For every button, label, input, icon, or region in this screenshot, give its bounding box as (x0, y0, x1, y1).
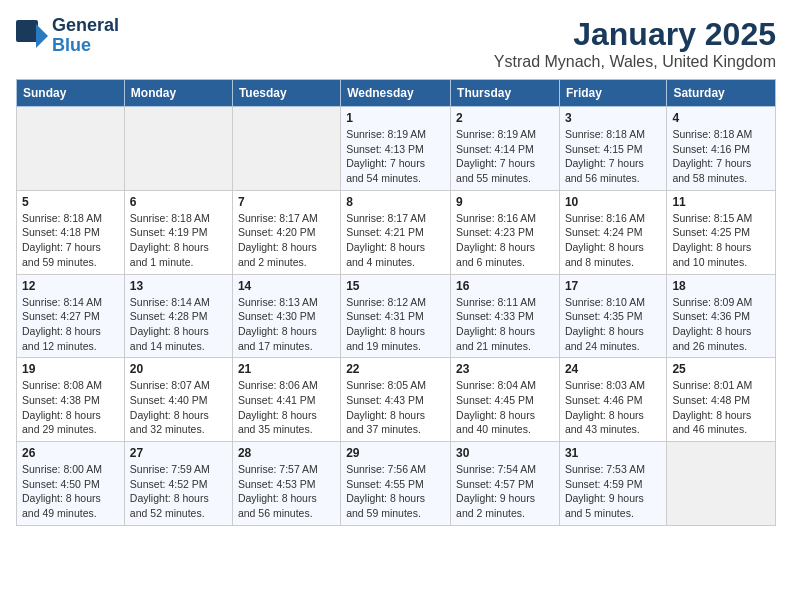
day-info: Sunrise: 8:06 AMSunset: 4:41 PMDaylight:… (238, 379, 318, 435)
day-number: 7 (238, 195, 335, 209)
day-info: Sunrise: 8:14 AMSunset: 4:28 PMDaylight:… (130, 296, 210, 352)
calendar-cell: 25 Sunrise: 8:01 AMSunset: 4:48 PMDaylig… (667, 358, 776, 442)
calendar-week-row: 19 Sunrise: 8:08 AMSunset: 4:38 PMDaylig… (17, 358, 776, 442)
day-info: Sunrise: 7:59 AMSunset: 4:52 PMDaylight:… (130, 463, 210, 519)
day-number: 6 (130, 195, 227, 209)
weekday-header-saturday: Saturday (667, 80, 776, 107)
calendar-cell: 26 Sunrise: 8:00 AMSunset: 4:50 PMDaylig… (17, 442, 125, 526)
calendar-cell: 9 Sunrise: 8:16 AMSunset: 4:23 PMDayligh… (451, 190, 560, 274)
calendar-cell: 8 Sunrise: 8:17 AMSunset: 4:21 PMDayligh… (341, 190, 451, 274)
day-info: Sunrise: 7:54 AMSunset: 4:57 PMDaylight:… (456, 463, 536, 519)
day-info: Sunrise: 8:11 AMSunset: 4:33 PMDaylight:… (456, 296, 536, 352)
day-info: Sunrise: 8:09 AMSunset: 4:36 PMDaylight:… (672, 296, 752, 352)
svg-marker-1 (36, 24, 48, 48)
day-info: Sunrise: 8:18 AMSunset: 4:15 PMDaylight:… (565, 128, 645, 184)
weekday-header-tuesday: Tuesday (232, 80, 340, 107)
day-number: 26 (22, 446, 119, 460)
day-info: Sunrise: 8:18 AMSunset: 4:19 PMDaylight:… (130, 212, 210, 268)
calendar-subtitle: Ystrad Mynach, Wales, United Kingdom (494, 53, 776, 71)
day-number: 25 (672, 362, 770, 376)
calendar-cell: 30 Sunrise: 7:54 AMSunset: 4:57 PMDaylig… (451, 442, 560, 526)
calendar-cell: 13 Sunrise: 8:14 AMSunset: 4:28 PMDaylig… (124, 274, 232, 358)
day-info: Sunrise: 8:13 AMSunset: 4:30 PMDaylight:… (238, 296, 318, 352)
logo-line2: Blue (52, 36, 119, 56)
day-number: 29 (346, 446, 445, 460)
day-number: 4 (672, 111, 770, 125)
day-number: 3 (565, 111, 661, 125)
calendar-cell: 22 Sunrise: 8:05 AMSunset: 4:43 PMDaylig… (341, 358, 451, 442)
day-info: Sunrise: 8:17 AMSunset: 4:20 PMDaylight:… (238, 212, 318, 268)
calendar-title: January 2025 (494, 16, 776, 53)
day-info: Sunrise: 8:10 AMSunset: 4:35 PMDaylight:… (565, 296, 645, 352)
day-number: 5 (22, 195, 119, 209)
weekday-header-sunday: Sunday (17, 80, 125, 107)
calendar-cell: 7 Sunrise: 8:17 AMSunset: 4:20 PMDayligh… (232, 190, 340, 274)
day-number: 18 (672, 279, 770, 293)
logo-line1: General (52, 16, 119, 36)
day-info: Sunrise: 7:57 AMSunset: 4:53 PMDaylight:… (238, 463, 318, 519)
calendar-week-row: 5 Sunrise: 8:18 AMSunset: 4:18 PMDayligh… (17, 190, 776, 274)
day-number: 14 (238, 279, 335, 293)
day-number: 31 (565, 446, 661, 460)
page-header: General Blue January 2025 Ystrad Mynach,… (16, 16, 776, 71)
calendar-cell: 20 Sunrise: 8:07 AMSunset: 4:40 PMDaylig… (124, 358, 232, 442)
day-info: Sunrise: 8:01 AMSunset: 4:48 PMDaylight:… (672, 379, 752, 435)
calendar-cell (667, 442, 776, 526)
day-number: 15 (346, 279, 445, 293)
day-info: Sunrise: 8:15 AMSunset: 4:25 PMDaylight:… (672, 212, 752, 268)
calendar-cell: 10 Sunrise: 8:16 AMSunset: 4:24 PMDaylig… (559, 190, 666, 274)
calendar-week-row: 1 Sunrise: 8:19 AMSunset: 4:13 PMDayligh… (17, 107, 776, 191)
day-number: 20 (130, 362, 227, 376)
calendar-cell: 2 Sunrise: 8:19 AMSunset: 4:14 PMDayligh… (451, 107, 560, 191)
day-number: 23 (456, 362, 554, 376)
weekday-header-friday: Friday (559, 80, 666, 107)
calendar-cell: 24 Sunrise: 8:03 AMSunset: 4:46 PMDaylig… (559, 358, 666, 442)
calendar-cell (17, 107, 125, 191)
day-info: Sunrise: 8:17 AMSunset: 4:21 PMDaylight:… (346, 212, 426, 268)
day-info: Sunrise: 8:18 AMSunset: 4:18 PMDaylight:… (22, 212, 102, 268)
day-info: Sunrise: 7:56 AMSunset: 4:55 PMDaylight:… (346, 463, 426, 519)
day-info: Sunrise: 7:53 AMSunset: 4:59 PMDaylight:… (565, 463, 645, 519)
calendar-cell: 18 Sunrise: 8:09 AMSunset: 4:36 PMDaylig… (667, 274, 776, 358)
weekday-header-wednesday: Wednesday (341, 80, 451, 107)
day-number: 30 (456, 446, 554, 460)
day-info: Sunrise: 8:18 AMSunset: 4:16 PMDaylight:… (672, 128, 752, 184)
weekday-header-thursday: Thursday (451, 80, 560, 107)
title-section: January 2025 Ystrad Mynach, Wales, Unite… (494, 16, 776, 71)
day-info: Sunrise: 8:00 AMSunset: 4:50 PMDaylight:… (22, 463, 102, 519)
day-info: Sunrise: 8:19 AMSunset: 4:13 PMDaylight:… (346, 128, 426, 184)
calendar-table: SundayMondayTuesdayWednesdayThursdayFrid… (16, 79, 776, 526)
calendar-cell: 11 Sunrise: 8:15 AMSunset: 4:25 PMDaylig… (667, 190, 776, 274)
day-number: 1 (346, 111, 445, 125)
calendar-cell: 21 Sunrise: 8:06 AMSunset: 4:41 PMDaylig… (232, 358, 340, 442)
weekday-header-monday: Monday (124, 80, 232, 107)
calendar-cell: 6 Sunrise: 8:18 AMSunset: 4:19 PMDayligh… (124, 190, 232, 274)
calendar-cell: 15 Sunrise: 8:12 AMSunset: 4:31 PMDaylig… (341, 274, 451, 358)
day-number: 2 (456, 111, 554, 125)
calendar-cell: 5 Sunrise: 8:18 AMSunset: 4:18 PMDayligh… (17, 190, 125, 274)
day-info: Sunrise: 8:19 AMSunset: 4:14 PMDaylight:… (456, 128, 536, 184)
calendar-cell: 29 Sunrise: 7:56 AMSunset: 4:55 PMDaylig… (341, 442, 451, 526)
calendar-week-row: 26 Sunrise: 8:00 AMSunset: 4:50 PMDaylig… (17, 442, 776, 526)
day-number: 12 (22, 279, 119, 293)
calendar-cell (232, 107, 340, 191)
day-number: 22 (346, 362, 445, 376)
day-number: 16 (456, 279, 554, 293)
calendar-cell (124, 107, 232, 191)
day-number: 11 (672, 195, 770, 209)
day-info: Sunrise: 8:08 AMSunset: 4:38 PMDaylight:… (22, 379, 102, 435)
day-number: 21 (238, 362, 335, 376)
calendar-cell: 16 Sunrise: 8:11 AMSunset: 4:33 PMDaylig… (451, 274, 560, 358)
calendar-cell: 17 Sunrise: 8:10 AMSunset: 4:35 PMDaylig… (559, 274, 666, 358)
day-info: Sunrise: 8:03 AMSunset: 4:46 PMDaylight:… (565, 379, 645, 435)
calendar-week-row: 12 Sunrise: 8:14 AMSunset: 4:27 PMDaylig… (17, 274, 776, 358)
calendar-cell: 28 Sunrise: 7:57 AMSunset: 4:53 PMDaylig… (232, 442, 340, 526)
calendar-cell: 4 Sunrise: 8:18 AMSunset: 4:16 PMDayligh… (667, 107, 776, 191)
day-info: Sunrise: 8:07 AMSunset: 4:40 PMDaylight:… (130, 379, 210, 435)
calendar-cell: 27 Sunrise: 7:59 AMSunset: 4:52 PMDaylig… (124, 442, 232, 526)
day-number: 24 (565, 362, 661, 376)
day-number: 9 (456, 195, 554, 209)
calendar-cell: 23 Sunrise: 8:04 AMSunset: 4:45 PMDaylig… (451, 358, 560, 442)
day-info: Sunrise: 8:12 AMSunset: 4:31 PMDaylight:… (346, 296, 426, 352)
day-number: 19 (22, 362, 119, 376)
